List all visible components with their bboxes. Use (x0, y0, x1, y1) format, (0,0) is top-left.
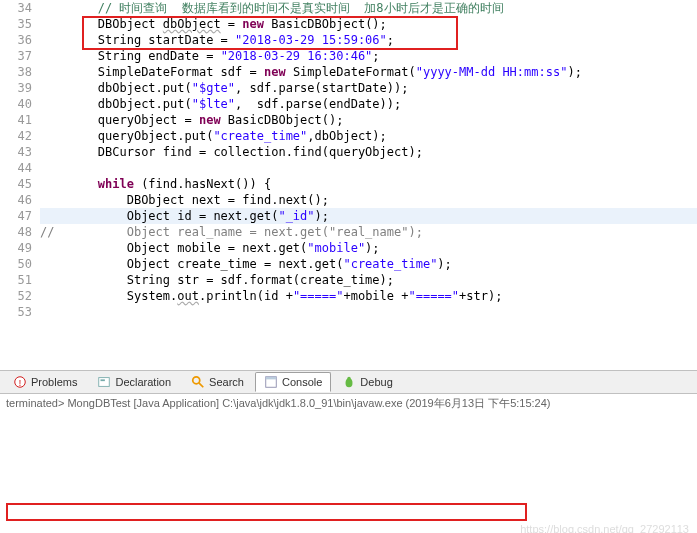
svg-line-5 (199, 383, 203, 387)
svg-text:!: ! (19, 378, 21, 388)
code-line[interactable]: Object mobile = next.get("mobile"); (40, 240, 697, 256)
code-line[interactable]: queryObject.put("create_time",dbObject); (40, 128, 697, 144)
code-line[interactable]: String str = sdf.format(create_time); (40, 272, 697, 288)
svg-point-9 (348, 377, 352, 381)
code-line[interactable]: DBObject next = find.next(); (40, 192, 697, 208)
tab-label: Problems (31, 376, 77, 388)
code-line[interactable] (40, 160, 697, 176)
tab-debug[interactable]: Debug (333, 372, 401, 392)
tab-search[interactable]: Search (182, 372, 253, 392)
line-number: 44 (0, 160, 32, 176)
line-number: 41 (0, 112, 32, 128)
declaration-icon (97, 375, 111, 389)
watermark: https://blog.csdn.net/qq_27292113 (520, 523, 689, 533)
svg-rect-7 (266, 377, 277, 380)
console-output[interactable] (0, 413, 697, 417)
warning-icon: ! (13, 375, 27, 389)
code-line[interactable]: Object id = next.get("_id"); (40, 208, 697, 224)
console-icon (264, 375, 278, 389)
highlight-box-output (6, 503, 527, 521)
code-line[interactable]: dbObject.put("$lte", sdf.parse(endDate))… (40, 96, 697, 112)
line-number: 38 (0, 64, 32, 80)
code-line[interactable]: String endDate = "2018-03-29 16:30:46"; (40, 48, 697, 64)
tab-problems[interactable]: ! Problems (4, 372, 86, 392)
code-line[interactable]: // 时间查询 数据库看到的时间不是真实时间 加8小时后才是正确的时间 (40, 0, 697, 16)
tab-label: Console (282, 376, 322, 388)
bug-icon (342, 375, 356, 389)
svg-rect-3 (101, 379, 105, 381)
console-header: terminated> MongDBTest [Java Application… (0, 394, 697, 413)
line-number: 36 (0, 32, 32, 48)
search-icon (191, 375, 205, 389)
tab-label: Debug (360, 376, 392, 388)
line-number: 50 (0, 256, 32, 272)
code-line[interactable]: while (find.hasNext()) { (40, 176, 697, 192)
line-number: 39 (0, 80, 32, 96)
code-editor[interactable]: 3435363738394041424344454647484950515253… (0, 0, 697, 370)
line-number: 43 (0, 144, 32, 160)
line-number: 47 (0, 208, 32, 224)
code-line[interactable]: queryObject = new BasicDBObject(); (40, 112, 697, 128)
view-tabs: ! Problems Declaration Search Console De… (0, 370, 697, 394)
code-line[interactable]: dbObject.put("$gte", sdf.parse(startDate… (40, 80, 697, 96)
line-number: 35 (0, 16, 32, 32)
code-line[interactable]: // Object real_name = next.get("real_nam… (40, 224, 697, 240)
code-line[interactable]: System.out.println(id +"====="+mobile +"… (40, 288, 697, 304)
code-line[interactable]: String startDate = "2018-03-29 15:59:06"… (40, 32, 697, 48)
line-number: 49 (0, 240, 32, 256)
line-number: 37 (0, 48, 32, 64)
line-number: 42 (0, 128, 32, 144)
tab-label: Declaration (115, 376, 171, 388)
tab-console[interactable]: Console (255, 372, 331, 392)
code-line[interactable]: Object create_time = next.get("create_ti… (40, 256, 697, 272)
line-number: 48 (0, 224, 32, 240)
svg-point-4 (193, 377, 200, 384)
code-line[interactable]: DBCursor find = collection.find(queryObj… (40, 144, 697, 160)
svg-rect-2 (99, 378, 110, 387)
tab-label: Search (209, 376, 244, 388)
line-number: 53 (0, 304, 32, 320)
line-number: 52 (0, 288, 32, 304)
line-number: 45 (0, 176, 32, 192)
tab-declaration[interactable]: Declaration (88, 372, 180, 392)
line-number: 46 (0, 192, 32, 208)
line-number: 51 (0, 272, 32, 288)
code-line[interactable]: SimpleDateFormat sdf = new SimpleDateFor… (40, 64, 697, 80)
code-line[interactable]: DBObject dbObject = new BasicDBObject(); (40, 16, 697, 32)
code-area[interactable]: // 时间查询 数据库看到的时间不是真实时间 加8小时后才是正确的时间 DBOb… (40, 0, 697, 304)
line-gutter: 3435363738394041424344454647484950515253 (0, 0, 38, 320)
line-number: 34 (0, 0, 32, 16)
line-number: 40 (0, 96, 32, 112)
